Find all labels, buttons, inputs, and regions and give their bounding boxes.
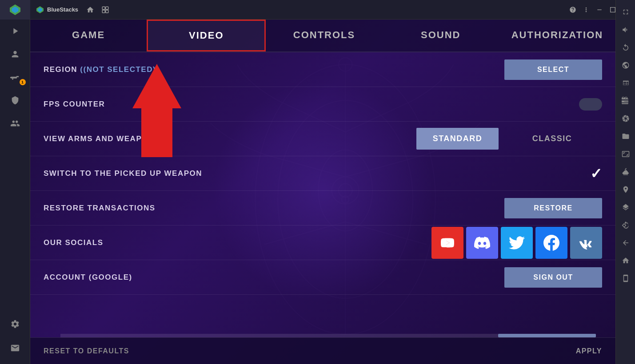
account-row: ACCOUNT (GOOGLE) SIGN OUT <box>30 260 615 295</box>
titlebar: BlueStacks <box>30 0 635 20</box>
rs-rotate[interactable] <box>617 217 635 233</box>
rs-expand[interactable] <box>617 4 635 20</box>
restore-label: RESTORE TRANSACTIONS <box>44 204 504 213</box>
tab-game[interactable]: GAME <box>30 20 147 51</box>
tab-sound[interactable]: SOUND <box>383 20 499 51</box>
svg-rect-4 <box>12 79 13 80</box>
sidebar-item-mail[interactable] <box>0 336 30 360</box>
apply-button[interactable]: APPLY <box>576 347 602 355</box>
social-icons <box>431 227 602 259</box>
vk-button[interactable] <box>570 227 602 259</box>
switch-weapon-controls: ✓ <box>590 165 602 182</box>
titlebar-home-icon[interactable] <box>86 6 94 14</box>
fps-toggle[interactable] <box>579 98 602 111</box>
rs-grid[interactable] <box>617 75 635 91</box>
socials-label: OUR SOCIALS <box>44 238 431 247</box>
svg-rect-5 <box>10 77 12 78</box>
left-nav: 1 <box>0 20 30 135</box>
arms-row: VIEW ARMS AND WEAPONS STANDARD CLASSIC <box>30 122 615 156</box>
account-label: ACCOUNT (GOOGLE) <box>44 273 504 282</box>
minimize-icon[interactable] <box>596 6 603 13</box>
rs-globe[interactable] <box>617 57 635 74</box>
rs-layers[interactable] <box>617 199 635 216</box>
svg-rect-9 <box>106 7 108 9</box>
scroll-indicator <box>60 334 596 337</box>
rs-eraser[interactable] <box>617 163 635 180</box>
sidebar-item-profile[interactable] <box>0 43 30 66</box>
rs-apk[interactable] <box>617 92 635 109</box>
sidebar-item-shield[interactable] <box>0 89 30 112</box>
titlebar-windows-icon[interactable] <box>101 6 109 14</box>
svg-rect-10 <box>102 10 105 12</box>
fps-row: FPS COUNTER <box>30 87 615 122</box>
svg-rect-3 <box>16 76 19 77</box>
discord-button[interactable] <box>466 227 498 259</box>
arms-controls: STANDARD CLASSIC <box>416 128 602 150</box>
sidebar-item-group[interactable] <box>0 112 30 135</box>
svg-rect-11 <box>106 10 108 12</box>
sidebar-item-gun[interactable]: 1 <box>0 66 30 89</box>
facebook-button[interactable] <box>535 227 567 259</box>
dots-menu-icon[interactable] <box>583 6 590 13</box>
classic-button[interactable]: CLASSIC <box>502 128 602 150</box>
region-controls: SELECT <box>504 59 602 80</box>
app-name: BlueStacks <box>47 6 78 13</box>
tab-video[interactable]: VIDEO <box>147 20 266 51</box>
fps-controls <box>579 98 602 111</box>
sign-out-button[interactable]: SIGN OUT <box>504 267 602 288</box>
socials-controls <box>431 227 602 259</box>
svg-rect-2 <box>11 77 17 79</box>
youtube-button[interactable] <box>431 227 463 259</box>
rs-replay[interactable] <box>617 39 635 56</box>
region-row: REGION ((NOT SELECTED)) SELECT <box>30 52 615 87</box>
tab-authorization[interactable]: AUTHORIZATION <box>499 20 615 51</box>
switch-weapon-row: SWITCH TO THE PICKED UP WEAPON ✓ <box>30 156 615 191</box>
main-content: GAME VIDEO CONTROLS SOUND AUTHORIZATION … <box>30 20 615 364</box>
sidebar-item-settings[interactable] <box>0 313 30 336</box>
tab-controls[interactable]: CONTROLS <box>266 20 382 51</box>
region-label: REGION ((NOT SELECTED)) <box>44 65 504 74</box>
app-logo-area: BlueStacks <box>36 5 78 14</box>
region-not-selected: ((NOT SELECTED)) <box>80 65 159 74</box>
settings-content: REGION ((NOT SELECTED)) SELECT FPS COUNT… <box>30 52 615 337</box>
switch-weapon-checkmark[interactable]: ✓ <box>590 165 602 182</box>
right-sidebar <box>615 0 635 364</box>
account-controls: SIGN OUT <box>504 267 602 288</box>
rs-back[interactable] <box>617 234 635 251</box>
restore-controls: RESTORE <box>504 198 602 218</box>
bottom-bar: RESET TO DEFAULTS APPLY <box>30 337 615 364</box>
help-icon[interactable] <box>569 6 576 13</box>
rs-screenshot[interactable] <box>617 270 635 287</box>
svg-rect-8 <box>102 7 105 9</box>
arms-label: VIEW ARMS AND WEAPONS <box>44 135 416 143</box>
rs-resize[interactable] <box>617 146 635 162</box>
region-select-button[interactable]: SELECT <box>504 59 602 80</box>
twitter-button[interactable] <box>501 227 533 259</box>
rs-folder[interactable] <box>617 128 635 145</box>
rs-camera[interactable] <box>617 110 635 127</box>
left-sidebar-bottom <box>0 313 30 364</box>
rs-home[interactable] <box>617 252 635 269</box>
gun-badge: 1 <box>20 79 26 85</box>
left-sidebar: 1 <box>0 0 30 364</box>
rs-volume[interactable] <box>617 21 635 38</box>
reset-defaults-button[interactable]: RESET TO DEFAULTS <box>44 347 129 355</box>
standard-button[interactable]: STANDARD <box>416 128 499 150</box>
rs-location[interactable] <box>617 181 635 198</box>
switch-weapon-label: SWITCH TO THE PICKED UP WEAPON <box>44 169 590 178</box>
fps-label: FPS COUNTER <box>44 100 579 109</box>
scroll-thumb[interactable] <box>498 334 596 337</box>
socials-row: OUR SOCIALS <box>30 226 615 260</box>
bluestacks-logo[interactable] <box>0 0 30 20</box>
restore-button[interactable]: RESTORE <box>504 198 602 218</box>
titlebar-nav <box>86 6 109 14</box>
tabs-bar: GAME VIDEO CONTROLS SOUND AUTHORIZATION <box>30 20 615 52</box>
sidebar-item-play[interactable] <box>0 20 30 43</box>
restore-row: RESTORE TRANSACTIONS RESTORE <box>30 191 615 226</box>
